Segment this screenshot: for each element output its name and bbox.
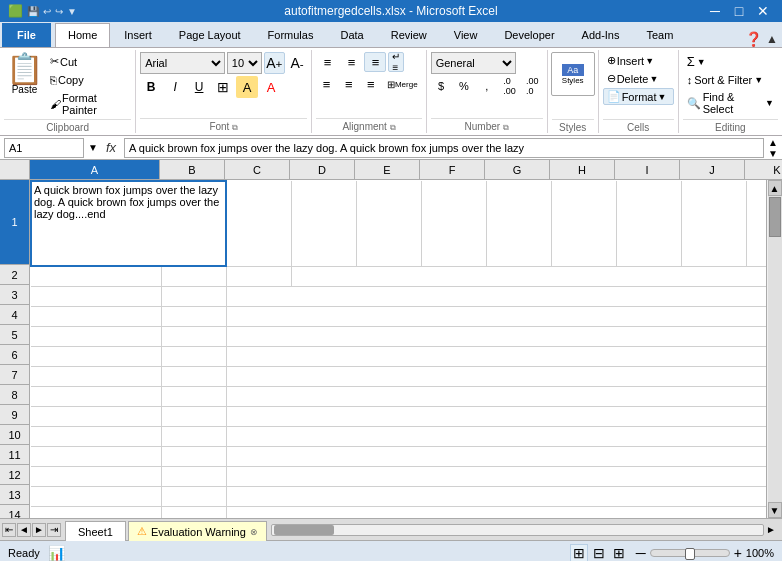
delete-dropdown-arrow[interactable]: ▼: [649, 74, 658, 84]
cell-b14[interactable]: [161, 506, 226, 518]
row-num-4[interactable]: 4: [0, 305, 29, 325]
styles-button[interactable]: Aa Styles: [551, 52, 595, 96]
row-num-3[interactable]: 3: [0, 285, 29, 305]
h-scroll-track[interactable]: [271, 524, 764, 536]
cell-rest-7[interactable]: [226, 366, 766, 386]
delete-button[interactable]: ⊖ Delete ▼: [603, 70, 674, 87]
sheet-tab-sheet1[interactable]: Sheet1: [65, 521, 126, 541]
autosum-button[interactable]: Σ ▼: [683, 52, 778, 71]
cell-i1[interactable]: [616, 181, 681, 266]
comma-button[interactable]: ,: [476, 76, 497, 96]
minimize-button[interactable]: ─: [704, 2, 726, 20]
col-header-d[interactable]: D: [290, 160, 355, 179]
percent-button[interactable]: %: [453, 76, 474, 96]
tab-add-ins[interactable]: Add-Ins: [569, 23, 633, 47]
cell-b12[interactable]: [161, 466, 226, 486]
cell-reference-box[interactable]: A1: [4, 138, 84, 158]
font-size-select[interactable]: 10: [227, 52, 262, 74]
vertical-scrollbar[interactable]: ▲ ▼: [766, 180, 782, 518]
cell-a2[interactable]: [31, 266, 161, 286]
tab-data[interactable]: Data: [327, 23, 376, 47]
quick-access-save[interactable]: 💾: [27, 6, 39, 17]
cell-rest-6[interactable]: [226, 346, 766, 366]
cell-rest-10[interactable]: [226, 426, 766, 446]
cell-b7[interactable]: [161, 366, 226, 386]
sort-filter-button[interactable]: ↕ Sort & Filter ▼: [683, 72, 778, 88]
tab-review[interactable]: Review: [378, 23, 440, 47]
sheet-nav-next[interactable]: ►: [32, 523, 46, 537]
align-top-left-button[interactable]: ≡: [316, 52, 338, 72]
col-header-a[interactable]: A: [30, 160, 160, 179]
cell-rest-3[interactable]: [226, 286, 766, 306]
format-dropdown-arrow[interactable]: ▼: [657, 92, 666, 102]
increase-font-button[interactable]: A+: [264, 52, 285, 74]
cell-b5[interactable]: [161, 326, 226, 346]
insert-button[interactable]: ⊕ Insert ▼: [603, 52, 674, 69]
row-num-9[interactable]: 9: [0, 405, 29, 425]
cell-b11[interactable]: [161, 446, 226, 466]
col-header-c[interactable]: C: [225, 160, 290, 179]
cell-rest-12[interactable]: [226, 466, 766, 486]
cell-j1[interactable]: [681, 181, 746, 266]
cell-rest-14[interactable]: [226, 506, 766, 518]
cell-b2[interactable]: [161, 266, 226, 286]
cell-a10[interactable]: [31, 426, 161, 446]
scroll-track-vertical[interactable]: [768, 196, 782, 502]
border-button[interactable]: ⊞: [212, 76, 234, 98]
tab-view[interactable]: View: [441, 23, 491, 47]
cell-a14[interactable]: [31, 506, 161, 518]
tab-home[interactable]: Home: [55, 23, 110, 47]
scroll-thumb-vertical[interactable]: [769, 197, 781, 237]
help-icon[interactable]: ❓: [745, 31, 762, 47]
fill-color-button[interactable]: A: [236, 76, 258, 98]
cell-b9[interactable]: [161, 406, 226, 426]
sheet-nav-prev[interactable]: ◄: [17, 523, 31, 537]
zoom-in-button[interactable]: +: [734, 545, 742, 561]
find-select-button[interactable]: 🔍 Find & Select ▼: [683, 89, 778, 117]
sheet-nav-last[interactable]: ⇥: [47, 523, 61, 537]
scroll-up-button[interactable]: ▲: [768, 180, 782, 196]
bold-button[interactable]: B: [140, 76, 162, 98]
font-color-button[interactable]: A: [260, 76, 282, 98]
cell-g1[interactable]: [486, 181, 551, 266]
cell-a11[interactable]: [31, 446, 161, 466]
tab-developer[interactable]: Developer: [491, 23, 567, 47]
cell-b3[interactable]: [161, 286, 226, 306]
sort-dropdown[interactable]: ▼: [754, 75, 763, 85]
tab-file[interactable]: File: [2, 23, 51, 47]
cell-a7[interactable]: [31, 366, 161, 386]
number-format-select[interactable]: General: [431, 52, 516, 74]
row-num-5[interactable]: 5: [0, 325, 29, 345]
col-header-e[interactable]: E: [355, 160, 420, 179]
alignment-group-expand[interactable]: ⧉: [390, 123, 396, 132]
cell-b10[interactable]: [161, 426, 226, 446]
tab-insert[interactable]: Insert: [111, 23, 165, 47]
row-num-12[interactable]: 12: [0, 465, 29, 485]
merge-center-button[interactable]: ⊞Merge: [383, 74, 422, 94]
insert-dropdown-arrow[interactable]: ▼: [645, 56, 654, 66]
row-num-8[interactable]: 8: [0, 385, 29, 405]
tab-team[interactable]: Team: [633, 23, 686, 47]
underline-button[interactable]: U: [188, 76, 210, 98]
align-top-right-button[interactable]: ≡: [364, 52, 386, 72]
cell-a3[interactable]: [31, 286, 161, 306]
font-group-expand[interactable]: ⧉: [232, 123, 238, 132]
col-header-h[interactable]: H: [550, 160, 615, 179]
cell-f1[interactable]: [421, 181, 486, 266]
cell-rest-11[interactable]: [226, 446, 766, 466]
number-group-expand[interactable]: ⧉: [503, 123, 509, 132]
quick-access-undo[interactable]: ↩: [43, 6, 51, 17]
col-header-f[interactable]: F: [420, 160, 485, 179]
formula-input[interactable]: [124, 138, 764, 158]
formula-expand-icon[interactable]: ▼: [88, 142, 98, 153]
paste-button[interactable]: 📋 Paste: [4, 52, 45, 119]
h-scroll-thumb[interactable]: [274, 525, 334, 535]
cell-rest-8[interactable]: [226, 386, 766, 406]
formula-expand-right-icon[interactable]: ▲▼: [768, 137, 778, 159]
cell-rest-5[interactable]: [226, 326, 766, 346]
zoom-slider[interactable]: [650, 549, 730, 557]
cell-e1[interactable]: [356, 181, 421, 266]
format-button[interactable]: 📄 Format ▼: [603, 88, 674, 105]
cell-a13[interactable]: [31, 486, 161, 506]
cell-a5[interactable]: [31, 326, 161, 346]
